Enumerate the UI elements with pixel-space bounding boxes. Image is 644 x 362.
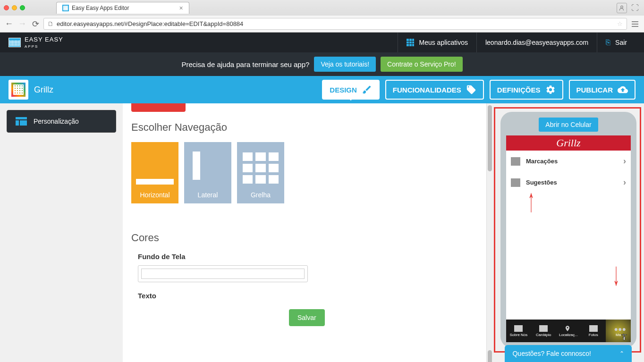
more-icon: ●●● bbox=[614, 325, 623, 332]
phone-list-item-marcacoes[interactable]: Marcações › bbox=[506, 151, 631, 172]
image-icon bbox=[589, 325, 598, 332]
chevron-up-icon: ⌃ bbox=[619, 350, 624, 357]
tab-settings-label: DEFINIÇÕES bbox=[497, 86, 541, 94]
logo-icon bbox=[8, 38, 21, 47]
nav-option-label: Horizontal bbox=[140, 191, 169, 199]
logout-label: Sair bbox=[615, 39, 627, 46]
nav-option-lateral[interactable]: Lateral bbox=[184, 142, 231, 203]
tab-design[interactable]: DESIGN bbox=[322, 80, 380, 100]
tab-title: Easy Easy Apps Editor bbox=[72, 5, 129, 11]
open-mobile-button[interactable]: Abrir no Celular bbox=[539, 118, 598, 132]
phone-body: Marcações › Sugestões › bbox=[506, 151, 631, 320]
nav-option-grelha[interactable]: Grelha bbox=[237, 142, 284, 203]
phone-tab-label: Sobre Nós bbox=[510, 333, 528, 337]
sidebar-item-personalization[interactable]: Personalização bbox=[7, 110, 116, 133]
back-button[interactable]: ← bbox=[4, 19, 14, 29]
browser-menu-icon[interactable] bbox=[630, 19, 640, 29]
chat-widget[interactable]: Questões? Fale connosco! ⌃ bbox=[505, 345, 632, 362]
exit-icon: ⎘ bbox=[606, 38, 610, 47]
gear-icon bbox=[545, 84, 556, 95]
my-apps-link[interactable]: Meus aplicativos bbox=[398, 33, 476, 52]
window-min-icon[interactable] bbox=[12, 5, 17, 10]
phone-tab-photos[interactable]: Fotos bbox=[581, 320, 606, 342]
logo[interactable]: EASY EASY APPS bbox=[8, 36, 63, 49]
browser-tab[interactable]: Easy Easy Apps Editor × bbox=[56, 2, 189, 14]
user-email-text: leonardo.dias@easyeasyapps.com bbox=[485, 39, 588, 46]
favicon-icon bbox=[62, 5, 69, 11]
apps-grid-icon bbox=[407, 39, 414, 46]
content-area: Escolher Navegação Horizontal Lateral Gr… bbox=[123, 103, 486, 362]
phone-frame: Abrir no Celular Grillz Marcações › Suge… bbox=[500, 112, 636, 348]
logout-link[interactable]: ⎘ Sair bbox=[597, 33, 636, 52]
main-nav: Grillz DESIGN FUNCIONALIDADES DEFINIÇÕES… bbox=[0, 76, 644, 103]
tab-publish[interactable]: PUBLICAR bbox=[569, 80, 636, 100]
background-label: Fundo de Tela bbox=[138, 253, 472, 261]
browser-user-icon[interactable] bbox=[617, 3, 627, 13]
reload-button[interactable]: ⟳ bbox=[30, 19, 41, 29]
mail-icon bbox=[511, 178, 520, 187]
phone-app-title: Grillz bbox=[506, 135, 631, 151]
phone-tab-label: Localizaç... bbox=[559, 333, 578, 337]
chevron-right-icon: › bbox=[623, 177, 626, 187]
browser-expand-icon[interactable]: ⛶ bbox=[630, 3, 640, 13]
colors-title: Cores bbox=[131, 232, 472, 244]
url-text: editor.easyeasyapps.net/#DesignPlace:edi… bbox=[57, 20, 243, 27]
phone-tab-about[interactable]: Sobre Nós bbox=[506, 320, 531, 342]
choose-nav-title: Escolher Navegação bbox=[131, 121, 472, 134]
tab-features-label: FUNCIONALIDADES bbox=[393, 86, 461, 94]
phone-list-item-sugestoes[interactable]: Sugestões › bbox=[506, 172, 631, 193]
phone-tab-menu[interactable]: Cardápio bbox=[531, 320, 556, 342]
nav-option-label: Lateral bbox=[198, 191, 218, 199]
red-element bbox=[131, 103, 186, 112]
forward-button[interactable]: → bbox=[17, 19, 27, 29]
bookmark-icon[interactable]: ☆ bbox=[617, 20, 623, 27]
window-max-icon[interactable] bbox=[20, 5, 25, 10]
logo-line1: EASY EASY bbox=[25, 36, 63, 42]
help-text: Precisa de ajuda para terminar seu app? bbox=[181, 60, 309, 68]
brush-icon bbox=[362, 84, 372, 95]
phone-tab-label: Fotos bbox=[589, 333, 598, 337]
app-header: EASY EASY APPS Meus aplicativos leonardo… bbox=[0, 33, 644, 52]
nav-option-label: Grelha bbox=[251, 191, 271, 199]
phone-tab-label: Cardápio bbox=[536, 333, 551, 337]
scroll-thumb[interactable] bbox=[488, 350, 492, 362]
tab-close-icon[interactable]: × bbox=[179, 4, 183, 12]
user-email[interactable]: leonardo.dias@easyeasyapps.com bbox=[476, 33, 597, 52]
layout-icon bbox=[16, 117, 27, 126]
background-color-input[interactable] bbox=[138, 265, 308, 282]
url-bar[interactable]: 🗋 editor.easyeasyapps.net/#DesignPlace:e… bbox=[43, 18, 627, 30]
browser-chrome: Easy Easy Apps Editor × ⛶ ← → ⟳ 🗋 editor… bbox=[0, 0, 644, 33]
phone-preview-panel: Abrir no Celular Grillz Marcações › Suge… bbox=[493, 103, 644, 362]
help-bar: Precisa de ajuda para terminar seu app? … bbox=[0, 52, 644, 76]
tutorials-button[interactable]: Veja os tutoriais! bbox=[314, 57, 376, 72]
annotation-arrow-down bbox=[613, 267, 619, 282]
tab-design-label: DESIGN bbox=[330, 86, 357, 94]
phone-tabbar: Sobre Nós Cardápio Localizaç... Fotos bbox=[506, 320, 631, 342]
tab-settings[interactable]: DEFINIÇÕES bbox=[490, 80, 563, 100]
scrollbar[interactable] bbox=[486, 103, 493, 362]
tab-features[interactable]: FUNCIONALIDADES bbox=[385, 80, 484, 100]
tab-publish-label: PUBLICAR bbox=[576, 86, 613, 94]
app-name: Grillz bbox=[34, 85, 53, 95]
chat-label: Questões? Fale connosco! bbox=[512, 350, 591, 357]
phone-tab-location[interactable]: Localizaç... bbox=[556, 320, 581, 342]
my-apps-label: Meus aplicativos bbox=[419, 39, 468, 46]
svg-point-0 bbox=[621, 6, 623, 8]
calendar-icon bbox=[511, 157, 520, 166]
cursor-icon bbox=[620, 333, 628, 342]
nav-option-horizontal[interactable]: Horizontal bbox=[131, 142, 178, 203]
tag-icon bbox=[466, 84, 476, 95]
annotation-arrow-up bbox=[528, 193, 534, 208]
window-close-icon[interactable] bbox=[4, 5, 9, 10]
phone-tab-more[interactable]: ●●● Ma bbox=[606, 320, 631, 342]
pro-service-button[interactable]: Contrate o Serviço Pro! bbox=[381, 57, 463, 72]
save-button[interactable]: Salvar bbox=[289, 309, 325, 326]
scroll-thumb[interactable] bbox=[488, 105, 492, 171]
text-label: Texto bbox=[138, 292, 472, 300]
book-icon bbox=[539, 325, 548, 332]
open-icon bbox=[514, 325, 523, 332]
chevron-right-icon: › bbox=[623, 156, 626, 166]
logo-line2: APPS bbox=[25, 44, 38, 49]
app-icon[interactable] bbox=[8, 80, 28, 100]
sidebar-label: Personalização bbox=[34, 118, 79, 125]
